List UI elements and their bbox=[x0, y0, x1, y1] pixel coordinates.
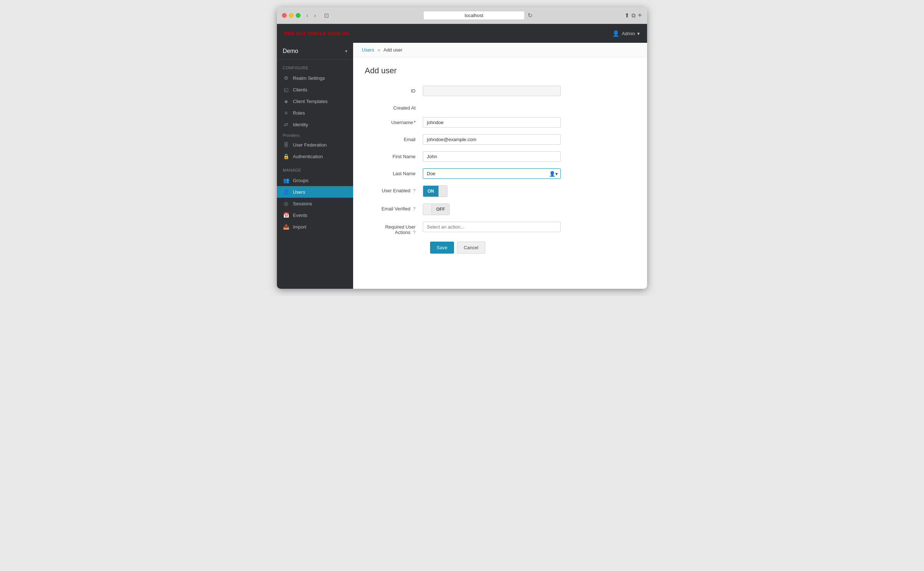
last-name-label: Last Name bbox=[365, 168, 423, 176]
user-enabled-toggle[interactable]: ON bbox=[423, 185, 448, 197]
form-buttons: Save Cancel bbox=[365, 242, 635, 253]
required-actions-label: Required UserActions ? bbox=[365, 222, 423, 235]
sidebar-item-label: Clients bbox=[293, 87, 307, 93]
sidebar-item-label: Client Templates bbox=[293, 99, 328, 104]
breadcrumb-current: Add user bbox=[383, 47, 402, 52]
email-verified-help-icon[interactable]: ? bbox=[413, 207, 416, 211]
sessions-icon: ◎ bbox=[283, 201, 289, 207]
sidebar-item-users[interactable]: 👤 Users bbox=[277, 186, 353, 198]
email-verified-toggle-control[interactable]: OFF bbox=[423, 204, 450, 215]
id-label: ID bbox=[365, 86, 423, 94]
breadcrumb: Users » Add user bbox=[353, 43, 647, 57]
configure-section-label: Configure bbox=[277, 60, 353, 72]
tab-button[interactable]: ⧉ bbox=[632, 12, 635, 19]
realm-name: Demo bbox=[283, 48, 298, 54]
realm-settings-icon: ⚙ bbox=[283, 75, 289, 81]
sidebar-item-realm-settings[interactable]: ⚙ Realm Settings bbox=[277, 72, 353, 84]
events-icon: 📅 bbox=[283, 212, 289, 218]
form-group-created-at: Created At bbox=[365, 103, 635, 111]
created-at-label: Created At bbox=[365, 103, 423, 111]
form-group-username: Username* bbox=[365, 117, 635, 128]
user-enabled-toggle-control[interactable]: ON bbox=[423, 185, 448, 197]
clients-icon: ◱ bbox=[283, 87, 289, 93]
form-page: Add user ID Created At Username* bbox=[353, 57, 647, 262]
user-federation-icon: 🗄 bbox=[283, 142, 289, 148]
email-verified-label: Email Verified ? bbox=[365, 204, 423, 211]
main-area: Demo ▾ Configure ⚙ Realm Settings ◱ Clie… bbox=[277, 43, 647, 289]
sidebar: Demo ▾ Configure ⚙ Realm Settings ◱ Clie… bbox=[277, 43, 353, 289]
sidebar-item-label: Roles bbox=[293, 110, 305, 116]
sidebar-item-label: Groups bbox=[293, 178, 309, 183]
username-label: Username* bbox=[365, 117, 423, 125]
realm-selector[interactable]: Demo ▾ bbox=[277, 43, 353, 60]
toggle-off-label: OFF bbox=[432, 204, 449, 215]
id-field[interactable] bbox=[423, 86, 561, 96]
breadcrumb-users-link[interactable]: Users bbox=[362, 47, 374, 52]
sidebar-item-label: Events bbox=[293, 213, 307, 218]
required-actions-help-icon[interactable]: ? bbox=[413, 230, 416, 235]
email-field[interactable] bbox=[423, 134, 561, 145]
sidebar-item-groups[interactable]: 👥 Groups bbox=[277, 174, 353, 186]
toggle-off-part bbox=[439, 186, 447, 197]
user-enabled-label: User Enabled ? bbox=[365, 185, 423, 193]
sidebar-item-authentication[interactable]: 🔒 Authentication bbox=[277, 151, 353, 162]
form-group-last-name: Last Name 👤▾ bbox=[365, 168, 635, 179]
form-group-email: Email bbox=[365, 134, 635, 145]
breadcrumb-separator: » bbox=[378, 47, 380, 52]
reload-button[interactable]: ↻ bbox=[528, 12, 532, 19]
groups-icon: 👥 bbox=[283, 177, 289, 183]
sidebar-toggle-button[interactable]: ⊡ bbox=[322, 11, 331, 20]
new-tab-button[interactable]: + bbox=[638, 11, 642, 20]
brand-text: RED HAT bbox=[284, 31, 306, 36]
nav-buttons: ‹ › bbox=[304, 12, 318, 20]
sidebar-item-clients[interactable]: ◱ Clients bbox=[277, 84, 353, 96]
cancel-button[interactable]: Cancel bbox=[457, 242, 485, 253]
minimize-button[interactable] bbox=[289, 13, 294, 18]
browser-actions: ⬆ ⧉ + bbox=[624, 11, 642, 20]
user-dropdown-icon[interactable]: 👤▾ bbox=[549, 171, 558, 177]
address-bar-wrap: ↻ bbox=[335, 11, 621, 20]
first-name-field[interactable] bbox=[423, 151, 561, 162]
sidebar-item-label: Authentication bbox=[293, 154, 323, 159]
sidebar-item-roles[interactable]: ≡ Roles bbox=[277, 107, 353, 119]
close-button[interactable] bbox=[282, 13, 287, 18]
toggle-empty-part bbox=[423, 204, 432, 215]
sidebar-item-client-templates[interactable]: ◈ Client Templates bbox=[277, 96, 353, 107]
form-group-user-enabled: User Enabled ? ON bbox=[365, 185, 635, 197]
user-menu[interactable]: 👤 Admin ▾ bbox=[612, 30, 640, 37]
sidebar-item-label: User Federation bbox=[293, 142, 327, 148]
app: RED HAT SINGLE SIGN-ON 👤 Admin ▾ Demo ▾ … bbox=[277, 24, 647, 289]
sidebar-item-label: Identity bbox=[293, 122, 308, 127]
user-enabled-help-icon[interactable]: ? bbox=[413, 188, 416, 193]
sidebar-item-import[interactable]: 📥 Import bbox=[277, 221, 353, 233]
username-field[interactable] bbox=[423, 117, 561, 128]
users-icon: 👤 bbox=[283, 189, 289, 195]
content-area: Users » Add user Add user ID Created At bbox=[353, 43, 647, 289]
browser-frame: ‹ › ⊡ ↻ ⬆ ⧉ + RED HAT SINGLE SIGN-ON 👤 A… bbox=[277, 7, 647, 289]
sidebar-item-user-federation[interactable]: 🗄 User Federation bbox=[277, 139, 353, 151]
required-actions-field[interactable] bbox=[423, 222, 561, 232]
last-name-field[interactable] bbox=[423, 168, 561, 179]
email-label: Email bbox=[365, 134, 423, 142]
import-icon: 📥 bbox=[283, 224, 289, 230]
sidebar-item-sessions[interactable]: ◎ Sessions bbox=[277, 198, 353, 209]
authentication-icon: 🔒 bbox=[283, 153, 289, 159]
client-templates-icon: ◈ bbox=[283, 98, 289, 104]
sidebar-item-identity[interactable]: ⇄ Identity bbox=[277, 119, 353, 130]
sidebar-item-label: Realm Settings bbox=[293, 76, 325, 81]
sidebar-item-label: Users bbox=[293, 189, 305, 195]
maximize-button[interactable] bbox=[296, 13, 300, 18]
last-name-input-wrap: 👤▾ bbox=[423, 168, 561, 179]
email-verified-toggle[interactable]: OFF bbox=[423, 204, 450, 215]
back-button[interactable]: ‹ bbox=[304, 12, 310, 20]
share-button[interactable]: ⬆ bbox=[624, 12, 629, 19]
sidebar-item-label: Sessions bbox=[293, 201, 312, 207]
sidebar-item-label: Import bbox=[293, 224, 306, 230]
user-menu-chevron: ▾ bbox=[637, 31, 640, 36]
forward-button[interactable]: › bbox=[312, 12, 318, 20]
save-button[interactable]: Save bbox=[430, 242, 454, 253]
brand: RED HAT SINGLE SIGN-ON bbox=[284, 31, 349, 36]
traffic-lights bbox=[282, 13, 300, 18]
sidebar-item-events[interactable]: 📅 Events bbox=[277, 209, 353, 221]
address-bar[interactable] bbox=[423, 11, 525, 20]
